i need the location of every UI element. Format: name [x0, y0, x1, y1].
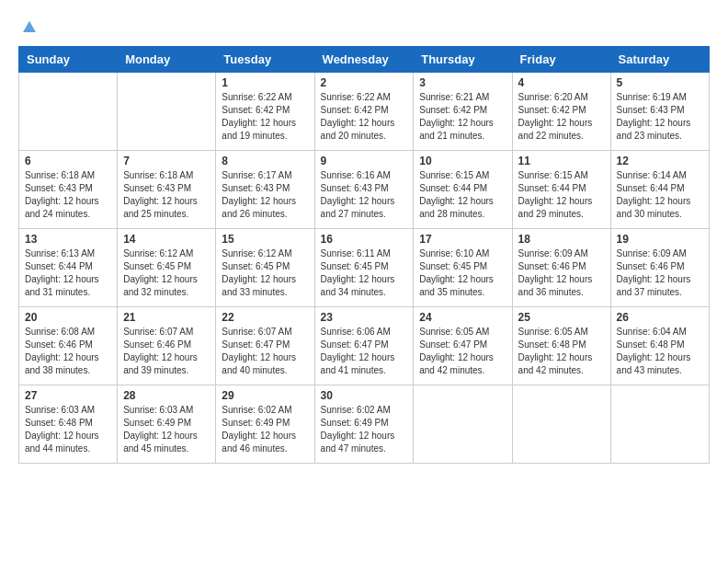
calendar-header-wednesday: Wednesday: [314, 47, 414, 73]
day-number: 8: [222, 155, 308, 167]
day-number: 19: [617, 233, 703, 246]
day-number: 20: [25, 311, 111, 324]
calendar-cell: 21Sunrise: 6:07 AM Sunset: 6:46 PM Dayli…: [118, 307, 216, 385]
calendar-cell: 18Sunrise: 6:09 AM Sunset: 6:46 PM Dayli…: [512, 229, 610, 307]
day-number: 21: [123, 311, 210, 324]
day-number: 18: [518, 233, 605, 246]
calendar-cell: 26Sunrise: 6:04 AM Sunset: 6:48 PM Dayli…: [610, 307, 709, 385]
day-info: Sunrise: 6:03 AM Sunset: 6:49 PM Dayligh…: [123, 404, 210, 455]
day-info: Sunrise: 6:15 AM Sunset: 6:44 PM Dayligh…: [518, 169, 605, 221]
calendar-cell: 14Sunrise: 6:12 AM Sunset: 6:45 PM Dayli…: [118, 229, 216, 307]
day-number: 7: [123, 155, 210, 167]
calendar-cell: 29Sunrise: 6:02 AM Sunset: 6:49 PM Dayli…: [216, 385, 314, 464]
calendar-cell: [118, 73, 216, 151]
day-number: 4: [518, 76, 605, 89]
day-number: 22: [222, 311, 308, 324]
calendar-cell: 25Sunrise: 6:05 AM Sunset: 6:48 PM Dayli…: [512, 307, 610, 385]
day-number: 13: [25, 233, 111, 246]
calendar-cell: 9Sunrise: 6:16 AM Sunset: 6:43 PM Daylig…: [314, 151, 414, 229]
logo-icon: [20, 18, 39, 37]
day-number: 26: [617, 311, 703, 324]
day-info: Sunrise: 6:07 AM Sunset: 6:46 PM Dayligh…: [123, 326, 210, 377]
calendar-cell: 19Sunrise: 6:09 AM Sunset: 6:46 PM Dayli…: [610, 229, 709, 307]
day-info: Sunrise: 6:02 AM Sunset: 6:49 PM Dayligh…: [222, 404, 308, 455]
calendar-header-tuesday: Tuesday: [216, 47, 314, 73]
calendar-week-3: 13Sunrise: 6:13 AM Sunset: 6:44 PM Dayli…: [19, 229, 710, 307]
calendar-cell: 7Sunrise: 6:18 AM Sunset: 6:43 PM Daylig…: [118, 151, 216, 229]
day-info: Sunrise: 6:17 AM Sunset: 6:43 PM Dayligh…: [222, 169, 308, 221]
calendar-table: SundayMondayTuesdayWednesdayThursdayFrid…: [18, 46, 710, 464]
day-info: Sunrise: 6:14 AM Sunset: 6:44 PM Dayligh…: [617, 169, 703, 221]
day-info: Sunrise: 6:04 AM Sunset: 6:48 PM Dayligh…: [617, 326, 703, 377]
day-info: Sunrise: 6:09 AM Sunset: 6:46 PM Dayligh…: [617, 247, 703, 299]
day-info: Sunrise: 6:12 AM Sunset: 6:45 PM Dayligh…: [123, 247, 210, 299]
day-number: 11: [518, 155, 605, 167]
day-info: Sunrise: 6:09 AM Sunset: 6:46 PM Dayligh…: [518, 247, 605, 299]
day-number: 27: [25, 389, 111, 402]
day-number: 5: [617, 76, 703, 89]
calendar-cell: 6Sunrise: 6:18 AM Sunset: 6:43 PM Daylig…: [19, 151, 118, 229]
calendar-cell: 3Sunrise: 6:21 AM Sunset: 6:42 PM Daylig…: [414, 73, 512, 151]
calendar-cell: [414, 385, 512, 464]
day-number: 23: [321, 311, 408, 324]
day-info: Sunrise: 6:20 AM Sunset: 6:42 PM Dayligh…: [518, 91, 605, 143]
day-info: Sunrise: 6:18 AM Sunset: 6:43 PM Dayligh…: [123, 169, 210, 221]
calendar-header-friday: Friday: [512, 47, 610, 73]
page-header: [18, 18, 710, 37]
day-info: Sunrise: 6:21 AM Sunset: 6:42 PM Dayligh…: [419, 91, 506, 143]
calendar-week-4: 20Sunrise: 6:08 AM Sunset: 6:46 PM Dayli…: [19, 307, 710, 385]
day-info: Sunrise: 6:18 AM Sunset: 6:43 PM Dayligh…: [25, 169, 111, 221]
calendar-week-2: 6Sunrise: 6:18 AM Sunset: 6:43 PM Daylig…: [19, 151, 710, 229]
calendar-cell: 5Sunrise: 6:19 AM Sunset: 6:43 PM Daylig…: [610, 73, 709, 151]
day-number: 16: [321, 233, 408, 246]
day-info: Sunrise: 6:05 AM Sunset: 6:47 PM Dayligh…: [419, 326, 506, 377]
calendar-cell: 22Sunrise: 6:07 AM Sunset: 6:47 PM Dayli…: [216, 307, 314, 385]
day-number: 9: [321, 155, 408, 167]
calendar-cell: 1Sunrise: 6:22 AM Sunset: 6:42 PM Daylig…: [216, 73, 314, 151]
calendar-cell: 2Sunrise: 6:22 AM Sunset: 6:42 PM Daylig…: [314, 73, 414, 151]
day-number: 17: [419, 233, 506, 246]
day-number: 25: [518, 311, 605, 324]
calendar-cell: 15Sunrise: 6:12 AM Sunset: 6:45 PM Dayli…: [216, 229, 314, 307]
day-info: Sunrise: 6:12 AM Sunset: 6:45 PM Dayligh…: [222, 247, 308, 299]
day-info: Sunrise: 6:16 AM Sunset: 6:43 PM Dayligh…: [321, 169, 408, 221]
calendar-week-5: 27Sunrise: 6:03 AM Sunset: 6:48 PM Dayli…: [19, 385, 710, 464]
day-info: Sunrise: 6:19 AM Sunset: 6:43 PM Dayligh…: [617, 91, 703, 143]
calendar-cell: 12Sunrise: 6:14 AM Sunset: 6:44 PM Dayli…: [610, 151, 709, 229]
day-number: 2: [321, 76, 408, 89]
day-number: 15: [222, 233, 308, 246]
day-number: 1: [222, 76, 308, 89]
svg-marker-1: [23, 21, 35, 32]
day-number: 14: [123, 233, 210, 246]
day-info: Sunrise: 6:22 AM Sunset: 6:42 PM Dayligh…: [222, 91, 308, 143]
day-info: Sunrise: 6:08 AM Sunset: 6:46 PM Dayligh…: [25, 326, 111, 377]
calendar-cell: 13Sunrise: 6:13 AM Sunset: 6:44 PM Dayli…: [19, 229, 118, 307]
calendar-cell: [512, 385, 610, 464]
calendar-cell: 10Sunrise: 6:15 AM Sunset: 6:44 PM Dayli…: [414, 151, 512, 229]
calendar-cell: 20Sunrise: 6:08 AM Sunset: 6:46 PM Dayli…: [19, 307, 118, 385]
day-number: 6: [25, 155, 111, 167]
calendar-header-saturday: Saturday: [610, 47, 709, 73]
day-info: Sunrise: 6:06 AM Sunset: 6:47 PM Dayligh…: [321, 326, 408, 377]
day-info: Sunrise: 6:10 AM Sunset: 6:45 PM Dayligh…: [419, 247, 506, 299]
logo: [18, 18, 39, 37]
calendar-header-row: SundayMondayTuesdayWednesdayThursdayFrid…: [19, 47, 710, 73]
calendar-header-sunday: Sunday: [19, 47, 118, 73]
calendar-cell: 24Sunrise: 6:05 AM Sunset: 6:47 PM Dayli…: [414, 307, 512, 385]
day-info: Sunrise: 6:22 AM Sunset: 6:42 PM Dayligh…: [321, 91, 408, 143]
day-info: Sunrise: 6:02 AM Sunset: 6:49 PM Dayligh…: [321, 404, 408, 455]
calendar-cell: [19, 73, 118, 151]
day-info: Sunrise: 6:03 AM Sunset: 6:48 PM Dayligh…: [25, 404, 111, 455]
calendar-cell: 8Sunrise: 6:17 AM Sunset: 6:43 PM Daylig…: [216, 151, 314, 229]
day-number: 24: [419, 311, 506, 324]
day-info: Sunrise: 6:05 AM Sunset: 6:48 PM Dayligh…: [518, 326, 605, 377]
day-number: 30: [321, 389, 408, 402]
calendar-cell: 28Sunrise: 6:03 AM Sunset: 6:49 PM Dayli…: [118, 385, 216, 464]
calendar-cell: 23Sunrise: 6:06 AM Sunset: 6:47 PM Dayli…: [314, 307, 414, 385]
calendar-header-monday: Monday: [118, 47, 216, 73]
calendar-cell: 30Sunrise: 6:02 AM Sunset: 6:49 PM Dayli…: [314, 385, 414, 464]
calendar-header-thursday: Thursday: [414, 47, 512, 73]
calendar-week-1: 1Sunrise: 6:22 AM Sunset: 6:42 PM Daylig…: [19, 73, 710, 151]
day-info: Sunrise: 6:07 AM Sunset: 6:47 PM Dayligh…: [222, 326, 308, 377]
calendar-cell: 11Sunrise: 6:15 AM Sunset: 6:44 PM Dayli…: [512, 151, 610, 229]
